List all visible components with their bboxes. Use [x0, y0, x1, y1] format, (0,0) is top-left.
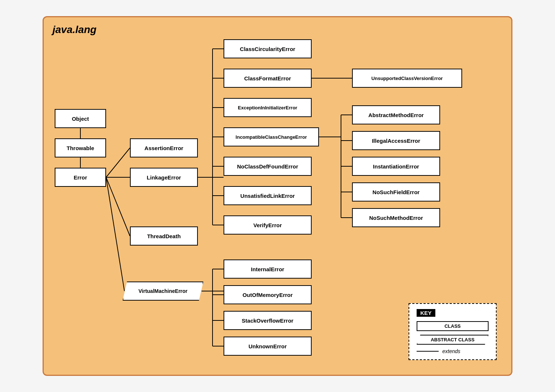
- node-no-such-method-error: NoSuchMethodError: [352, 208, 440, 227]
- node-incompatible-class-change-error: IncompatibleClassChangeError: [224, 127, 319, 146]
- key-abstract-label: ABSTRACT CLASS: [417, 335, 489, 345]
- svg-line-5: [106, 177, 124, 291]
- node-class-format-error: ClassFormatError: [224, 69, 312, 88]
- diagram-container: java.lang: [43, 16, 512, 376]
- diagram-title: java.lang: [52, 24, 97, 36]
- node-abstract-method-error: AbstractMethodError: [352, 105, 440, 124]
- node-linkage-error: LinkageError: [130, 168, 198, 187]
- key-class-label: CLASS: [417, 321, 489, 331]
- node-virtual-machine-error: VirtualMachineError: [123, 282, 203, 301]
- key-extends-label: extends: [442, 348, 460, 354]
- node-thread-death: ThreadDeath: [130, 226, 198, 246]
- svg-line-2: [106, 148, 130, 177]
- node-throwable: Throwable: [55, 138, 106, 157]
- node-stack-overflow-error: StackOverflowError: [224, 311, 312, 330]
- node-verify-error: VerifyError: [224, 215, 312, 235]
- key-extends-line: extends: [417, 348, 489, 354]
- node-error: Error: [55, 168, 106, 187]
- node-no-such-field-error: NoSuchFieldError: [352, 182, 440, 202]
- node-unsupported-class-version-error: UnsupportedClassVersionError: [352, 69, 462, 88]
- node-assertion-error: AssertionError: [130, 138, 198, 157]
- node-object: Object: [55, 109, 106, 128]
- key-title: KEY: [417, 309, 435, 317]
- node-unsatisfied-link-error: UnsatisfiedLinkError: [224, 186, 312, 205]
- key-box: KEY CLASS ABSTRACT CLASS extends: [409, 303, 497, 360]
- node-no-class-def-found-error: NoClassDefFoundError: [224, 157, 312, 176]
- node-out-of-memory-error: OutOfMemoryError: [224, 285, 312, 304]
- node-internal-error: InternalError: [224, 259, 312, 279]
- svg-line-4: [106, 177, 130, 236]
- node-instantiation-error: InstantiationError: [352, 157, 440, 176]
- node-exception-in-initializer-error: ExceptionInInitializerError: [224, 98, 312, 117]
- node-class-circularity-error: ClassCircularityError: [224, 39, 312, 58]
- node-illegal-access-error: IllegalAccessError: [352, 131, 440, 150]
- node-unknown-error: UnknownError: [224, 337, 312, 356]
